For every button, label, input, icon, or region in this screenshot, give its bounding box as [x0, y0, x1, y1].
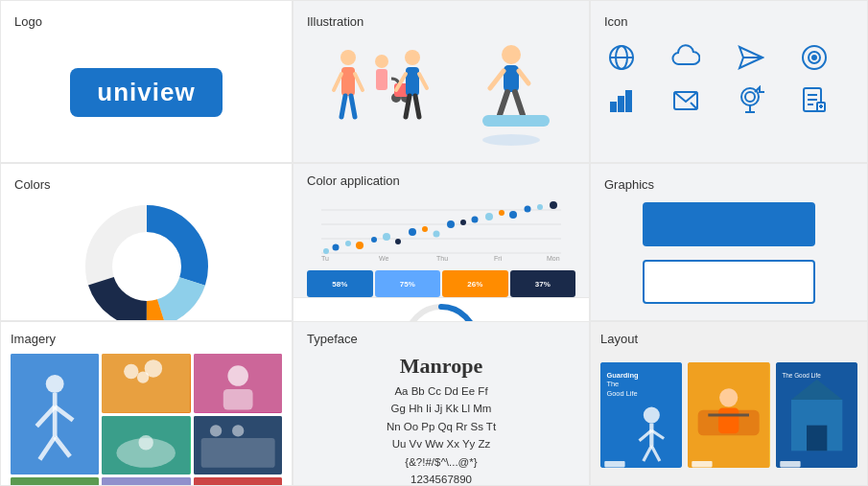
- svg-point-105: [232, 425, 244, 436]
- font-line-5: {&?!#/$^\...@*}: [307, 453, 575, 471]
- svg-point-116: [644, 406, 660, 423]
- send-icon: [733, 40, 767, 75]
- img-2: [102, 354, 190, 413]
- main-grid: Logo uniview Illustration: [0, 0, 868, 486]
- logo-wrapper: uniview: [14, 36, 278, 149]
- target-icon: [797, 40, 832, 75]
- svg-rect-1: [341, 67, 355, 96]
- scatter-chart: Tu We Thu Fri Mon: [307, 196, 575, 263]
- svg-point-93: [124, 364, 138, 379]
- svg-point-39: [745, 92, 755, 102]
- globe-icon: [604, 40, 639, 75]
- img-8: [194, 477, 282, 486]
- typeface-label: Typeface: [307, 332, 575, 346]
- logo-box: uniview: [70, 68, 222, 117]
- svg-text:Thu: Thu: [436, 255, 448, 262]
- color-app-cell: Color application Tu We Thu Fri Mon: [293, 164, 589, 297]
- illustration-cell: Illustration: [293, 0, 590, 163]
- svg-point-64: [323, 248, 329, 254]
- donut-chart: [80, 199, 214, 321]
- svg-point-66: [345, 241, 351, 246]
- svg-rect-33: [611, 103, 616, 111]
- svg-point-72: [422, 226, 428, 232]
- color-app-section: Color application Tu We Thu Fri Mon: [293, 163, 590, 321]
- svg-text:Fri: Fri: [494, 255, 503, 262]
- svg-rect-92: [102, 354, 190, 413]
- svg-rect-128: [692, 460, 713, 466]
- filled-rect: [643, 202, 815, 246]
- layout-cell: Layout Guarding The Good Life: [590, 321, 868, 486]
- mail-icon: [669, 82, 703, 117]
- graphics-content: [604, 199, 854, 307]
- svg-rect-7: [376, 69, 387, 90]
- svg-point-73: [434, 231, 440, 238]
- svg-text:Tu: Tu: [321, 255, 329, 262]
- layout-images: Guarding The Good Life: [600, 354, 857, 475]
- svg-point-17: [502, 45, 521, 64]
- imagery-grid: [11, 354, 282, 486]
- colors-label: Colors: [14, 177, 278, 192]
- img-5: [194, 416, 282, 475]
- font-line-2: Gg Hh Ii Jj Kk Ll Mm: [307, 400, 575, 417]
- layout-img-2: [688, 362, 769, 468]
- svg-point-65: [333, 244, 340, 251]
- svg-text:The: The: [606, 380, 619, 388]
- font-name: Manrope: [307, 354, 575, 379]
- svg-rect-34: [619, 97, 623, 111]
- svg-line-16: [415, 96, 419, 117]
- svg-line-37: [691, 103, 697, 109]
- bar-4: 37%: [510, 270, 576, 297]
- svg-rect-106: [11, 477, 99, 486]
- svg-text:Guarding: Guarding: [606, 370, 639, 379]
- svg-point-0: [340, 50, 356, 65]
- layout-img-3: The Good Life: [776, 362, 857, 468]
- svg-point-97: [227, 365, 248, 386]
- svg-point-81: [537, 204, 543, 210]
- goal-icon: [733, 82, 767, 117]
- icon-label: Icon: [604, 14, 854, 29]
- svg-point-82: [550, 201, 557, 209]
- svg-rect-134: [780, 460, 800, 466]
- layout-img-1: Guarding The Good Life: [600, 362, 682, 468]
- svg-point-70: [395, 239, 401, 244]
- img-3: [194, 354, 282, 413]
- outline-rect: [643, 260, 815, 304]
- svg-line-5: [351, 96, 355, 117]
- svg-point-76: [472, 217, 479, 223]
- svg-rect-126: [718, 407, 739, 433]
- svg-rect-23: [482, 115, 550, 127]
- svg-line-4: [341, 96, 345, 117]
- svg-point-79: [509, 211, 517, 219]
- logo-label: Logo: [14, 14, 278, 29]
- logo-text: uniview: [97, 78, 195, 106]
- imagery-label: Imagery: [11, 332, 282, 346]
- icon-grid: [604, 40, 854, 117]
- svg-rect-12: [406, 67, 419, 96]
- svg-point-78: [499, 210, 504, 216]
- svg-point-104: [210, 425, 222, 436]
- svg-point-75: [460, 220, 466, 225]
- svg-rect-122: [604, 460, 624, 466]
- font-line-6: 1234567890: [307, 471, 575, 486]
- svg-rect-132: [807, 425, 827, 451]
- svg-point-6: [375, 55, 388, 68]
- svg-point-11: [405, 50, 420, 65]
- bar-2: 75%: [375, 270, 441, 297]
- svg-point-32: [812, 56, 816, 59]
- img-1: [11, 354, 99, 474]
- svg-rect-18: [504, 65, 519, 92]
- person-illustration: [463, 40, 559, 146]
- svg-point-86: [46, 375, 64, 393]
- font-line-4: Uu Vv Ww Xx Yy Zz: [307, 435, 575, 452]
- svg-rect-35: [626, 91, 631, 111]
- family-illustration: [324, 40, 430, 146]
- svg-point-125: [719, 388, 738, 406]
- svg-text:The Good Life: The Good Life: [782, 371, 821, 378]
- svg-line-14: [419, 74, 427, 88]
- svg-point-74: [447, 220, 455, 228]
- svg-point-77: [485, 213, 493, 220]
- icon-cell: Icon: [590, 0, 868, 163]
- bar-3: 26%: [442, 270, 508, 297]
- img-6: [11, 477, 99, 486]
- cloud-icon: [669, 40, 703, 75]
